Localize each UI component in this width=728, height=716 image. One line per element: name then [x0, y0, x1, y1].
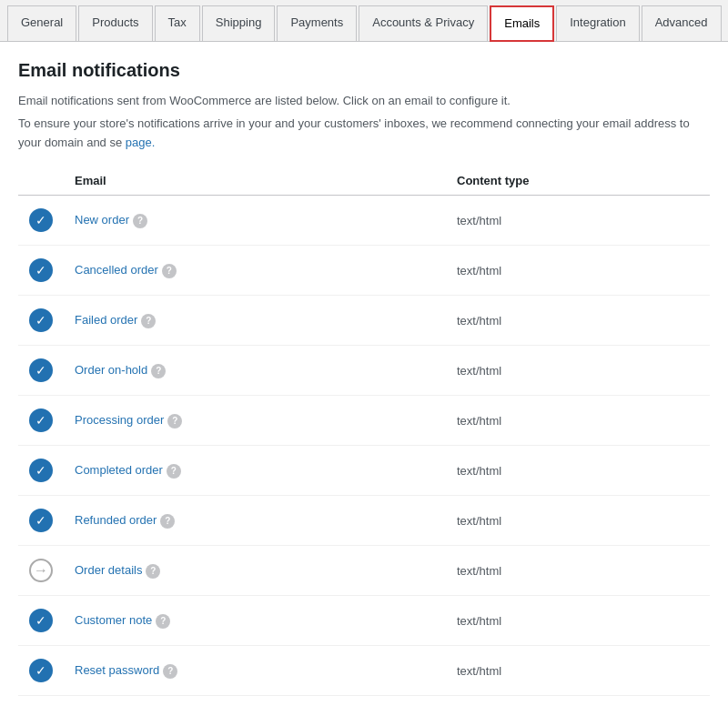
page-wrap: GeneralProductsTaxShippingPaymentsAccoun… — [0, 0, 728, 716]
table-row: ✓Order on-hold?text/html — [18, 346, 710, 396]
description-link[interactable]: page. — [126, 136, 156, 149]
tab-shipping[interactable]: Shipping — [202, 5, 276, 41]
row-email-cell: New order? — [64, 196, 446, 246]
email-name-link[interactable]: Completed order — [75, 463, 163, 477]
row-status-icon: ✓ — [18, 346, 64, 396]
row-email-cell: Completed order? — [64, 446, 446, 496]
row-status-icon: ✓ — [18, 496, 64, 546]
row-status-icon: ✓ — [18, 296, 64, 346]
disabled-arrow-icon: → — [29, 559, 53, 582]
row-content-type: text/html — [446, 396, 710, 446]
enabled-check-icon: ✓ — [29, 208, 53, 232]
row-status-icon: ✓ — [18, 596, 64, 646]
enabled-check-icon: ✓ — [29, 609, 53, 632]
email-name-link[interactable]: Refunded order — [75, 513, 157, 527]
email-table: Email Content type ✓New order?text/html✓… — [18, 166, 710, 696]
col-header-email: Email — [64, 166, 446, 196]
row-content-type: text/html — [446, 446, 710, 496]
table-row: →Order details?text/html — [18, 546, 710, 596]
tab-accounts-privacy[interactable]: Accounts & Privacy — [359, 5, 488, 41]
email-name-link[interactable]: Reset password — [75, 663, 159, 677]
tab-advanced[interactable]: Advanced — [642, 5, 722, 41]
table-row: ✓Reset password?text/html — [18, 646, 710, 696]
row-content-type: text/html — [446, 346, 710, 396]
col-header-empty — [18, 166, 64, 196]
row-status-icon: ✓ — [18, 396, 64, 446]
table-row: ✓Customer note?text/html — [18, 596, 710, 646]
email-name-link[interactable]: New order — [75, 213, 129, 227]
content-area: Email notifications Email notifications … — [0, 42, 728, 714]
row-status-icon: ✓ — [18, 446, 64, 496]
row-email-cell: Order on-hold? — [64, 346, 446, 396]
help-icon[interactable]: ? — [156, 614, 170, 629]
table-row: ✓Completed order?text/html — [18, 446, 710, 496]
row-email-cell: Reset password? — [64, 646, 446, 696]
tab-general[interactable]: General — [7, 5, 76, 41]
row-content-type: text/html — [446, 646, 710, 696]
email-name-link[interactable]: Order on-hold — [75, 363, 147, 377]
row-content-type: text/html — [446, 596, 710, 646]
description-line1: Email notifications sent from WooCommerc… — [18, 92, 710, 111]
email-name-link[interactable]: Cancelled order — [75, 263, 158, 277]
table-header-row: Email Content type — [18, 166, 710, 196]
row-email-cell: Order details? — [64, 546, 446, 596]
enabled-check-icon: ✓ — [29, 308, 53, 332]
row-content-type: text/html — [446, 546, 710, 596]
tabs-bar: GeneralProductsTaxShippingPaymentsAccoun… — [0, 0, 728, 42]
row-email-cell: Cancelled order? — [64, 246, 446, 296]
table-row: ✓Cancelled order?text/html — [18, 246, 710, 296]
help-icon[interactable]: ? — [162, 264, 177, 278]
tab-emails[interactable]: Emails — [490, 5, 554, 42]
row-email-cell: Failed order? — [64, 296, 446, 346]
email-name-link[interactable]: Customer note — [75, 613, 152, 627]
help-icon[interactable]: ? — [160, 514, 175, 529]
help-icon[interactable]: ? — [141, 314, 156, 328]
table-row: ✓Refunded order?text/html — [18, 496, 710, 546]
enabled-check-icon: ✓ — [29, 659, 53, 682]
email-name-link[interactable]: Order details — [75, 563, 142, 577]
row-content-type: text/html — [446, 246, 710, 296]
table-row: ✓New order?text/html — [18, 196, 710, 246]
row-email-cell: Refunded order? — [64, 496, 446, 546]
description-line2: To ensure your store's notifications arr… — [18, 115, 710, 153]
email-name-link[interactable]: Processing order — [75, 413, 164, 427]
tab-payments[interactable]: Payments — [277, 5, 357, 41]
row-status-icon: → — [18, 546, 64, 596]
help-icon[interactable]: ? — [133, 214, 147, 228]
row-email-cell: Customer note? — [64, 596, 446, 646]
help-icon[interactable]: ? — [167, 414, 182, 429]
enabled-check-icon: ✓ — [29, 459, 53, 482]
row-content-type: text/html — [446, 196, 710, 246]
help-icon[interactable]: ? — [146, 564, 160, 579]
table-row: ✓Failed order?text/html — [18, 296, 710, 346]
email-name-link[interactable]: Failed order — [75, 313, 137, 327]
help-icon[interactable]: ? — [167, 464, 181, 479]
help-icon[interactable]: ? — [163, 664, 177, 679]
tab-tax[interactable]: Tax — [155, 5, 200, 41]
page-title: Email notifications — [18, 60, 710, 81]
tab-integration[interactable]: Integration — [556, 5, 639, 41]
col-header-content-type: Content type — [446, 166, 710, 196]
row-status-icon: ✓ — [18, 646, 64, 696]
tab-products[interactable]: Products — [78, 5, 152, 41]
enabled-check-icon: ✓ — [29, 408, 53, 432]
row-status-icon: ✓ — [18, 196, 64, 246]
enabled-check-icon: ✓ — [29, 509, 53, 532]
row-email-cell: Processing order? — [64, 396, 446, 446]
row-content-type: text/html — [446, 496, 710, 546]
row-status-icon: ✓ — [18, 246, 64, 296]
table-row: ✓Processing order?text/html — [18, 396, 710, 446]
enabled-check-icon: ✓ — [29, 358, 53, 382]
help-icon[interactable]: ? — [151, 364, 166, 378]
row-content-type: text/html — [446, 296, 710, 346]
enabled-check-icon: ✓ — [29, 258, 53, 282]
